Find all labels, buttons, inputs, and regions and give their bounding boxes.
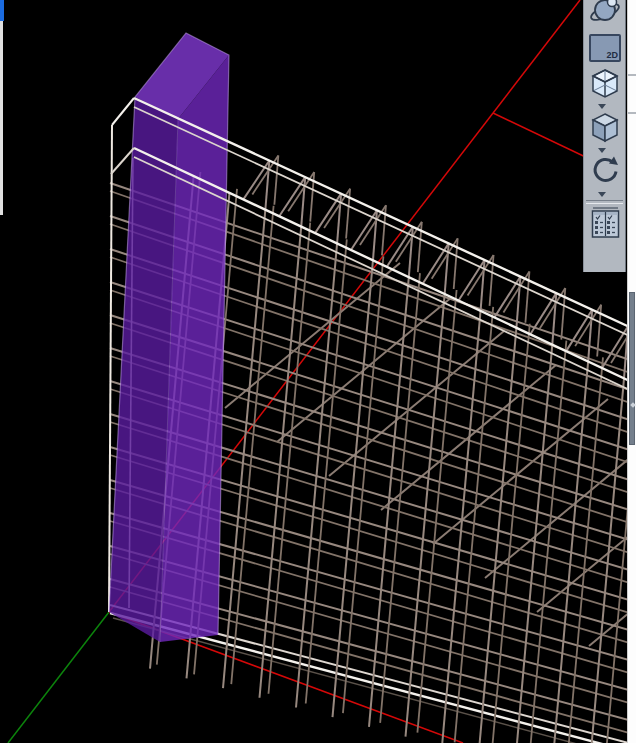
view-toolbar: 2D [583,0,626,272]
splitter-grip-icon [630,402,636,408]
display-settings-button[interactable] [589,206,621,240]
left-window-border [0,21,3,215]
viewport-3d[interactable] [0,0,636,743]
wireframe-flyout-arrow[interactable] [598,104,606,109]
right-panel-edge[interactable] [627,0,636,743]
2d-wireframe-icon: 2D [606,50,618,60]
display-settings-icon [589,206,621,240]
panel-separator-bottom [628,112,636,114]
shaded-flyout-arrow[interactable] [598,148,606,153]
left-docked-panel-edge [0,0,4,21]
cad-window: { "viewport": { "background_color": "#00… [0,0,636,743]
visual-style-2d-button[interactable]: 2D [589,34,621,62]
shaded-cube-icon [589,112,621,144]
vertical-scrollbar-thumb[interactable] [629,292,635,445]
rotate-flyout-arrow[interactable] [598,192,606,197]
3d-wireframe-cube-icon [589,68,621,100]
visual-style-wireframe-button[interactable] [589,68,621,100]
panel-separator-top [628,74,636,76]
orbit-sphere-icon [589,0,621,25]
rotate-view-button[interactable] [589,155,621,187]
rotate-view-icon [589,155,621,187]
toolbar-separator [586,200,623,204]
visual-style-shaded-button[interactable] [589,112,621,144]
orbit-button[interactable] [589,0,621,25]
